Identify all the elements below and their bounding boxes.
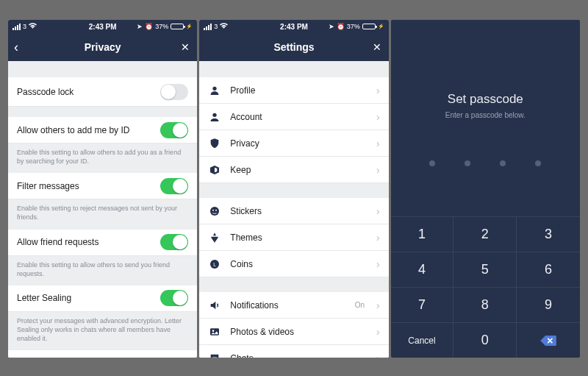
key-delete[interactable] xyxy=(517,322,580,358)
row-friend-requests[interactable]: Allow friend requests xyxy=(8,230,197,256)
row-label: Profile xyxy=(230,85,255,96)
row-desc: Enable this setting to allow others to a… xyxy=(8,143,197,173)
chevron-right-icon: › xyxy=(376,258,380,270)
settings-row-stickers[interactable]: Stickers› xyxy=(199,198,388,224)
key-4[interactable]: 4 xyxy=(391,252,454,287)
row-label: Allow others to add me by ID xyxy=(17,125,129,135)
header: ‹ Privacy ✕ xyxy=(8,33,197,61)
svg-point-10 xyxy=(216,357,217,358)
keypad: 123456789Cancel0 xyxy=(391,216,580,358)
key-0[interactable]: 0 xyxy=(453,322,517,358)
passcode-title: Set passcode xyxy=(391,92,580,107)
clock: 2:43 PM xyxy=(8,23,197,31)
row-desc: Enable this setting to reject messages n… xyxy=(8,199,197,229)
passcode-hint: Enter a passcode below. xyxy=(391,111,580,119)
back-button[interactable]: ‹ xyxy=(14,40,18,55)
row-label: Stickers xyxy=(230,206,262,216)
settings-row-account[interactable]: Account› xyxy=(199,104,388,130)
settings-row-privacy[interactable]: Privacy› xyxy=(199,130,388,157)
key-1[interactable]: 1 xyxy=(391,216,454,252)
row-label: Keep xyxy=(230,165,251,175)
svg-point-0 xyxy=(213,113,217,116)
row-label: Account xyxy=(230,112,262,122)
page-title: Privacy xyxy=(85,41,121,53)
battery-icon xyxy=(362,24,376,29)
chevron-right-icon: › xyxy=(376,299,380,311)
account-icon xyxy=(208,110,221,124)
coins-icon: L xyxy=(208,258,221,271)
close-button[interactable]: ✕ xyxy=(181,41,190,53)
photos-icon xyxy=(208,325,221,338)
row-label: Privacy xyxy=(230,138,259,149)
settings-row-themes[interactable]: Themes› xyxy=(199,224,388,251)
screen-settings: 3 2:43 PM ➤ ⏰ 37% ⚡ Settings ✕ Profile›A… xyxy=(199,20,388,358)
toggle-filter[interactable] xyxy=(160,178,188,194)
key-9[interactable]: 9 xyxy=(517,287,580,322)
screen-privacy: 3 2:43 PM ➤ ⏰ 37% ⚡ ‹ Privacy ✕ Passcode… xyxy=(8,20,197,358)
key-2[interactable]: 2 xyxy=(453,216,517,252)
key-3[interactable]: 3 xyxy=(517,216,580,252)
settings-row-photos[interactable]: Photos & videos› xyxy=(199,319,388,345)
themes-icon xyxy=(208,231,221,244)
key-8[interactable]: 8 xyxy=(453,287,517,322)
row-label: Themes xyxy=(230,233,262,243)
row-letter-sealing[interactable]: Letter Sealing xyxy=(8,285,197,312)
header: Settings ✕ xyxy=(199,33,388,61)
row-label: Passcode lock xyxy=(17,87,74,97)
key-cancel[interactable]: Cancel xyxy=(391,322,454,358)
row-badge: On xyxy=(355,301,365,309)
svg-point-2 xyxy=(212,209,214,210)
backspace-icon xyxy=(540,336,556,346)
settings-row-chats[interactable]: Chats› xyxy=(199,345,388,358)
svg-point-8 xyxy=(213,357,214,358)
screen-set-passcode: Set passcode Enter a passcode below. 123… xyxy=(391,20,580,358)
row-label: Allow friend requests xyxy=(17,237,98,247)
keep-icon xyxy=(208,163,221,177)
toggle-friend-requests[interactable] xyxy=(160,234,188,250)
chevron-right-icon: › xyxy=(376,138,380,149)
chevron-right-icon: › xyxy=(376,205,380,217)
row-desc: Protect your messages with advanced encr… xyxy=(8,312,197,350)
passcode-dots xyxy=(391,160,580,166)
svg-point-9 xyxy=(215,357,215,358)
row-generate-qr[interactable]: Generate new QR code xyxy=(8,350,197,358)
settings-row-notify[interactable]: NotificationsOn› xyxy=(199,292,388,319)
close-button[interactable]: ✕ xyxy=(373,41,381,53)
notify-icon xyxy=(208,299,221,312)
settings-row-coins[interactable]: LCoins› xyxy=(199,251,388,277)
privacy-icon xyxy=(208,137,221,150)
profile-icon xyxy=(208,84,221,97)
status-bar: 3 2:43 PM ➤ ⏰ 37% ⚡ xyxy=(199,20,388,33)
clock: 2:43 PM xyxy=(199,23,388,31)
svg-point-7 xyxy=(212,330,215,332)
settings-row-keep[interactable]: Keep› xyxy=(199,157,388,183)
chevron-right-icon: › xyxy=(376,232,380,244)
row-label: Photos & videos xyxy=(230,327,294,337)
chevron-right-icon: › xyxy=(376,85,380,96)
key-6[interactable]: 6 xyxy=(517,252,580,287)
page-title: Settings xyxy=(273,41,314,53)
chevron-right-icon: › xyxy=(376,111,380,123)
status-bar: 3 2:43 PM ➤ ⏰ 37% ⚡ xyxy=(8,20,197,33)
row-passcode-lock[interactable]: Passcode lock xyxy=(8,77,197,107)
toggle-letter-sealing[interactable] xyxy=(160,290,188,306)
row-label: Filter messages xyxy=(17,181,79,191)
key-7[interactable]: 7 xyxy=(391,287,454,322)
svg-point-1 xyxy=(210,207,219,216)
row-label: Notifications xyxy=(230,300,278,311)
chats-icon xyxy=(208,352,221,358)
chevron-right-icon: › xyxy=(376,352,380,358)
svg-text:L: L xyxy=(213,261,216,266)
row-label: Coins xyxy=(230,259,253,269)
row-label: Letter Sealing xyxy=(17,293,71,303)
settings-row-profile[interactable]: Profile› xyxy=(199,77,388,104)
key-5[interactable]: 5 xyxy=(453,252,517,287)
stickers-icon xyxy=(208,205,221,218)
toggle-add-by-id[interactable] xyxy=(160,122,188,138)
row-add-by-id[interactable]: Allow others to add me by ID xyxy=(8,117,197,143)
row-filter[interactable]: Filter messages xyxy=(8,173,197,199)
svg-point-3 xyxy=(215,209,217,210)
toggle-passcode[interactable] xyxy=(160,84,188,100)
row-label: Chats xyxy=(230,353,253,358)
row-desc: Enable this setting to allow others to s… xyxy=(8,256,197,285)
